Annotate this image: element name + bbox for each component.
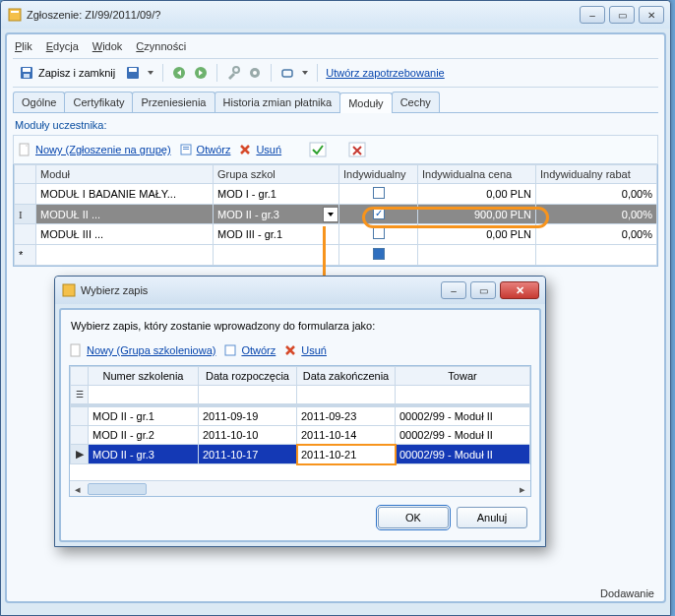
attach-dropdown-icon[interactable]: [301, 65, 309, 81]
col-end[interactable]: Data zakończenia: [297, 367, 396, 386]
svg-rect-15: [183, 147, 189, 148]
scroll-right-icon[interactable]: ▸: [515, 481, 530, 497]
tabstrip: Ogólne Certyfikaty Przeniesienia Histori…: [13, 92, 658, 113]
col-rabat[interactable]: Indywidualny rabat: [536, 165, 657, 184]
tab-ogolne[interactable]: Ogólne: [13, 92, 65, 112]
col-towar[interactable]: Towar: [396, 367, 530, 386]
save-dropdown-icon[interactable]: [147, 65, 154, 81]
select-record-dialog: Wybierz zapis – ▭ ✕ Wybierz zapis, który…: [54, 276, 546, 547]
checkbox-indeterminate[interactable]: [373, 248, 385, 260]
svg-rect-1: [11, 11, 19, 13]
dialog-maximize-button[interactable]: ▭: [470, 281, 496, 299]
col-modul[interactable]: Moduł: [36, 165, 214, 184]
section-title: Moduły uczestnika:: [13, 113, 658, 135]
tab-historia[interactable]: Historia zmian płatnika: [215, 92, 341, 112]
delete-label: Usuń: [256, 144, 281, 155]
grid-filter-row[interactable]: ☰: [71, 386, 530, 404]
horizontal-scrollbar[interactable]: ◂ ▸: [70, 480, 530, 496]
record-row-0[interactable]: MOD II - gr.1 2011-09-19 2011-09-23 0000…: [71, 407, 530, 426]
dialog-new-button[interactable]: Nowy (Grupa szkoleniowa): [69, 343, 215, 357]
tab-moduly[interactable]: Moduły: [339, 92, 392, 113]
back-icon[interactable]: [171, 65, 187, 81]
svg-rect-0: [9, 9, 21, 21]
sub-toolbar: Nowy (Zgłoszenie na grupę) Otwórz Usuń: [13, 135, 658, 164]
dialog-minimize-button[interactable]: –: [441, 281, 466, 299]
col-numer[interactable]: Numer szkolenia: [89, 367, 199, 386]
grupa-dropdown[interactable]: MOD II - gr.3: [214, 207, 338, 222]
maximize-button[interactable]: ▭: [609, 6, 635, 24]
tab-przeniesienia[interactable]: Przeniesienia: [132, 92, 215, 112]
dialog-open-button[interactable]: Otwórz: [223, 343, 276, 357]
checkbox[interactable]: [373, 227, 385, 239]
cancel-button[interactable]: Anuluj: [457, 507, 527, 528]
menu-widok[interactable]: Widok: [92, 40, 123, 52]
modules-grid[interactable]: Moduł Grupa szkol Indywidualny Indywidua…: [13, 164, 658, 267]
open-icon: [223, 343, 237, 357]
dialog-icon: [61, 282, 77, 298]
dialog-prompt: Wybierz zapis, który zostanie wprowadzon…: [69, 318, 531, 341]
menu-czynnosci[interactable]: Czynności: [136, 40, 186, 52]
close-button[interactable]: ✕: [639, 6, 664, 24]
ok-button[interactable]: OK: [378, 507, 449, 528]
col-grupa[interactable]: Grupa szkol: [214, 165, 339, 184]
tools-icon[interactable]: [225, 65, 241, 81]
svg-rect-6: [129, 68, 137, 72]
checkbox[interactable]: [373, 187, 385, 199]
col-cena[interactable]: Indywidualna cena: [418, 165, 536, 184]
titlebar: Zgłoszenie: ZI/99/2011/09/? – ▭ ✕: [1, 1, 670, 29]
save-close-button[interactable]: Zapisz i zamknij: [15, 63, 119, 83]
svg-rect-17: [310, 143, 326, 156]
grid-row-0[interactable]: MODUŁ I BADANIE MAŁY... MOD I - gr.1 0,0…: [15, 184, 657, 205]
svg-rect-19: [63, 284, 75, 296]
svg-rect-3: [23, 68, 31, 72]
svg-rect-12: [282, 70, 292, 77]
tab-cechy[interactable]: Cechy: [392, 92, 440, 112]
grid-row-1-selected[interactable]: I MODUŁ II ... MOD II - gr.3 900,00 PLN …: [15, 205, 657, 224]
delete-button[interactable]: Usuń: [238, 143, 281, 156]
open-button[interactable]: Otwórz: [179, 143, 231, 156]
save-close-label: Zapisz i zamknij: [38, 67, 115, 79]
menu-plik[interactable]: Plik: [15, 40, 32, 52]
apply-icon[interactable]: [309, 142, 327, 157]
grid-row-new[interactable]: *: [15, 245, 657, 266]
row-header-blank: [15, 165, 36, 184]
toolbar: Zapisz i zamknij Utwórz zapotrzebowanie: [13, 58, 658, 88]
window-title: Zgłoszenie: ZI/99/2011/09/?: [27, 9, 580, 21]
record-row-1[interactable]: MOD II - gr.2 2011-10-10 2011-10-14 0000…: [71, 426, 530, 445]
forward-icon[interactable]: [193, 65, 209, 81]
open-label: Otwórz: [197, 144, 231, 155]
svg-point-11: [253, 71, 257, 75]
new-button[interactable]: Nowy (Zgłoszenie na grupę): [18, 143, 171, 156]
chevron-down-icon[interactable]: [323, 207, 338, 222]
dialog-toolbar: Nowy (Grupa szkoleniowa) Otwórz Usuń: [69, 341, 531, 365]
app-icon: [7, 7, 23, 23]
save-small-icon[interactable]: [125, 65, 141, 81]
col-start[interactable]: Data rozpoczęcia: [199, 367, 297, 386]
create-demand-link[interactable]: Utwórz zapotrzebowanie: [326, 67, 444, 79]
save-icon: [19, 65, 34, 81]
svg-rect-4: [24, 74, 30, 78]
attach-icon[interactable]: [279, 65, 295, 81]
gear-icon[interactable]: [247, 65, 263, 81]
records-grid[interactable]: Numer szkolenia Data rozpoczęcia Data za…: [69, 365, 531, 497]
grid-row-2[interactable]: MODUŁ III ... MOD III - gr.1 0,00 PLN 0,…: [15, 224, 657, 245]
menu-edycja[interactable]: Edycja: [46, 40, 79, 52]
delete-icon: [238, 143, 252, 156]
col-indyw[interactable]: Indywidualny: [339, 165, 418, 184]
dialog-delete-button[interactable]: Usuń: [283, 343, 327, 357]
record-row-2-selected[interactable]: ▶ MOD II - gr.3 2011-10-17 2011-10-21 00…: [71, 445, 530, 464]
scroll-thumb[interactable]: [88, 483, 147, 495]
new-doc-icon: [69, 343, 83, 357]
tab-certyfikaty[interactable]: Certyfikaty: [64, 92, 133, 112]
scroll-left-icon[interactable]: ◂: [70, 481, 86, 497]
status-label: Dodawanie: [600, 587, 654, 599]
dialog-close-button[interactable]: ✕: [500, 281, 539, 299]
svg-rect-20: [71, 344, 80, 356]
svg-rect-21: [225, 345, 235, 355]
delete-icon: [283, 343, 297, 357]
new-doc-icon: [18, 143, 31, 156]
minimize-button[interactable]: –: [580, 6, 605, 24]
checkbox-checked[interactable]: [373, 208, 385, 219]
new-label: Nowy (Zgłoszenie na grupę): [35, 144, 171, 155]
cancel-icon[interactable]: [348, 142, 366, 157]
